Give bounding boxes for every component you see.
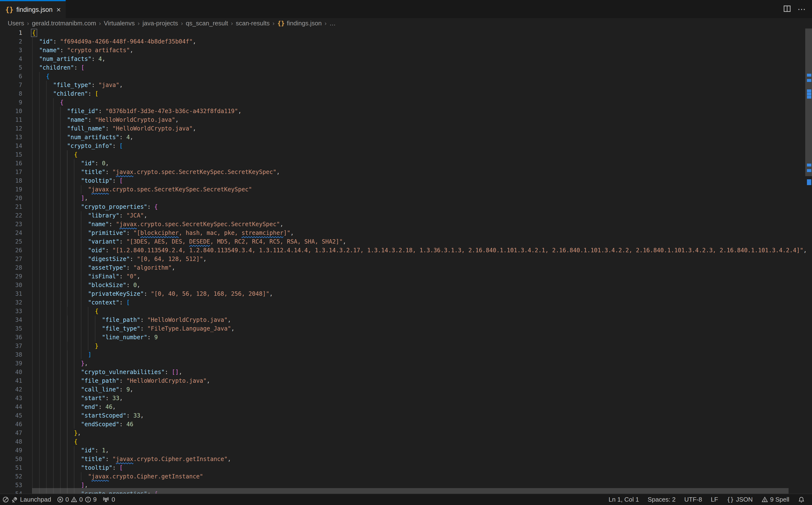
horizontal-scrollbar[interactable] [32, 488, 812, 494]
code-line[interactable]: 35"file_type": "FileType.Language_Java", [0, 324, 812, 333]
code-line[interactable]: 34"file_path": "HelloWorldCrypto.java", [0, 316, 812, 324]
code-line[interactable]: 23"name": "javax.crypto.spec.SecretKeySp… [0, 220, 812, 228]
code-line[interactable]: 24"primitive": "[blockcipher, hash, mac,… [0, 228, 812, 237]
ports-status-item[interactable]: 0 [102, 496, 115, 503]
code-line[interactable]: 6{ [0, 72, 812, 81]
code-line[interactable]: 11"name": "HelloWorldCrypto.java", [0, 116, 812, 124]
code-line[interactable]: 13"num_artifacts": 4, [0, 133, 812, 142]
code-line[interactable]: 22"library": "JCA", [0, 211, 812, 220]
code-line[interactable]: 21"crypto_properties": { [0, 202, 812, 211]
code-token: : [88, 91, 95, 97]
vertical-scrollbar-thumb[interactable] [805, 28, 812, 176]
breadcrumb-item[interactable]: Users [8, 20, 24, 27]
code-token: javax [119, 221, 137, 227]
code-line[interactable]: 27"digestSize": "[0, 64, 128, 512]", [0, 255, 812, 264]
breadcrumb-item[interactable]: qs_scan_result [186, 20, 228, 27]
code-line[interactable]: 33{ [0, 307, 812, 316]
code-token: : [140, 317, 147, 323]
breadcrumb-item[interactable]: scan-results [236, 20, 270, 27]
code-line[interactable]: 40"crypto_vulnerabilities": [], [0, 368, 812, 376]
tab-findings-json[interactable]: {} findings.json × [0, 0, 66, 18]
notifications-status-item[interactable] [798, 496, 805, 503]
code-line[interactable]: 43"start": 33, [0, 394, 812, 402]
code-line[interactable]: 14"crypto_info": [ [0, 142, 812, 150]
tab-close-icon[interactable]: × [56, 6, 61, 14]
code-line[interactable]: 49"id": 1, [0, 446, 812, 455]
launchpad-status-item[interactable]: Launchpad [2, 496, 51, 503]
indent-guides [32, 176, 81, 185]
breadcrumb: Users›gerald.trotmanibm.com›Virtualenvs›… [0, 18, 812, 28]
code-line[interactable]: 16"id": 0, [0, 159, 812, 168]
code-line[interactable]: 47}, [0, 429, 812, 437]
eol-status-item[interactable]: LF [711, 496, 718, 503]
encoding-status-item[interactable]: UTF-8 [684, 496, 702, 503]
code-line[interactable]: 41"file_path": "HelloWorldCrypto.java", [0, 376, 812, 385]
code-line[interactable]: 32"context": [ [0, 298, 812, 307]
code-line[interactable]: 39}, [0, 359, 812, 368]
code-line[interactable]: 45"startScoped": 33, [0, 411, 812, 420]
code-line[interactable]: 30"blockSize": 0, [0, 281, 812, 290]
code-line[interactable]: 26"oid": "[1.2.840.113549.2.4, 1.2.840.1… [0, 246, 812, 255]
indent-guides [32, 46, 39, 54]
code-line[interactable]: 17"title": "javax.crypto.spec.SecretKeyS… [0, 168, 812, 176]
indent-guides [32, 316, 102, 324]
code-line[interactable]: 29"isFinal": "0", [0, 272, 812, 281]
launchpad-label: Launchpad [20, 496, 51, 503]
code-line[interactable]: 2"id": "f694d49a-4266-448f-9644-4b8def35… [0, 37, 812, 46]
code-line[interactable]: 10"file_id": "0376b1df-3d3e-47e3-b36c-a4… [0, 107, 812, 116]
code-line[interactable]: 4"num_artifacts": 4, [0, 54, 812, 63]
code-line[interactable]: 42"call_line": 9, [0, 385, 812, 394]
code-line[interactable]: 3"name": "crypto artifacts", [0, 46, 812, 54]
line-number: 36 [0, 333, 32, 342]
code-line[interactable]: 51"tooltip": [ [0, 464, 812, 472]
code-line[interactable]: 46"endScoped": 46 [0, 420, 812, 429]
code-line[interactable]: 50"title": "javax.crypto.Cipher.getInsta… [0, 455, 812, 464]
code-line[interactable]: 8"children": [ [0, 90, 812, 98]
code-line[interactable]: 25"variant": "[3DES, AES, DES, DESEDE, M… [0, 237, 812, 246]
code-line[interactable]: 15{ [0, 150, 812, 159]
split-editor-icon[interactable] [783, 5, 791, 14]
code-line[interactable]: 5"children": [ [0, 63, 812, 72]
code-token: [ [95, 91, 98, 97]
problems-status-item[interactable]: 0 0 9 [57, 496, 96, 503]
breadcrumb-separator: › [231, 20, 233, 27]
code-token: , [102, 55, 105, 62]
code-line[interactable]: 48{ [0, 437, 812, 446]
more-actions-icon[interactable]: ⋯ [798, 4, 806, 14]
line-number: 54 [0, 490, 32, 494]
code-token: : [105, 125, 112, 132]
breadcrumb-item[interactable]: gerald.trotmanibm.com [32, 20, 96, 27]
code-line[interactable]: 18"tooltip": [ [0, 176, 812, 185]
code-line[interactable]: 52"javax.crypto.Cipher.getInstance" [0, 472, 812, 481]
code-token: " [112, 456, 116, 463]
code-line[interactable]: 7"file_type": "java", [0, 81, 812, 90]
code-line[interactable]: 44"end": 46, [0, 402, 812, 411]
code-token: , [105, 447, 109, 454]
cursor-position-status-item[interactable]: Ln 1, Col 1 [609, 496, 639, 503]
horizontal-scrollbar-thumb[interactable] [32, 488, 789, 494]
code-token: "call_line" [81, 386, 119, 393]
indentation-status-item[interactable]: Spaces: 2 [648, 496, 676, 503]
vertical-scrollbar[interactable] [805, 28, 812, 494]
code-line[interactable]: 9{ [0, 98, 812, 107]
code-token: "[ [133, 229, 140, 236]
breadcrumb-item[interactable]: {}findings.json [277, 20, 322, 27]
language-mode-status-item[interactable]: {} JSON [727, 496, 753, 503]
editor[interactable]: 1{2"id": "f694d49a-4266-448f-9644-4b8def… [0, 28, 812, 494]
scrollbar-info-mark [807, 179, 811, 182]
code-line[interactable]: 37} [0, 342, 812, 350]
code-line[interactable]: 38] [0, 350, 812, 359]
breadcrumb-overflow[interactable]: … [329, 20, 336, 27]
code-line[interactable]: 20], [0, 194, 812, 202]
spell-status-item[interactable]: 9 Spell [762, 496, 790, 503]
code-line[interactable]: 1{ [0, 28, 812, 37]
scrollbar-info-mark [807, 93, 811, 96]
breadcrumb-item[interactable]: Virtualenvs [104, 20, 135, 27]
code-line[interactable]: 19"javax.crypto.spec.SecretKeySpec.Secre… [0, 185, 812, 194]
code-line[interactable]: 31"privateKeySize": "[0, 40, 56, 128, 16… [0, 290, 812, 298]
breadcrumb-item[interactable]: java-projects [143, 20, 178, 27]
code-line[interactable]: 28"assetType": "algorithm", [0, 264, 812, 272]
code-line[interactable]: 36"line_number": 9 [0, 333, 812, 342]
code-line[interactable]: 12"full_name": "HelloWorldCrypto.java", [0, 124, 812, 133]
code-token: , [172, 264, 175, 271]
